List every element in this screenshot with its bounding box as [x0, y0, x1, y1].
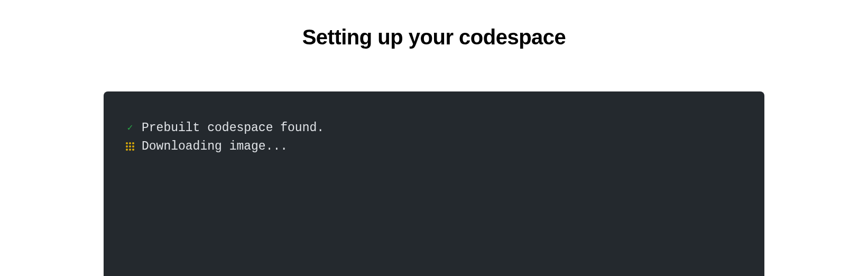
spinner-icon: [125, 141, 135, 152]
check-icon: ✓: [125, 121, 135, 135]
log-line: ✓ Prebuilt codespace found.: [125, 119, 743, 137]
terminal-output: ✓ Prebuilt codespace found. Downloading …: [104, 91, 764, 276]
page-title: Setting up your codespace: [302, 25, 566, 49]
log-text: Prebuilt codespace found.: [142, 119, 324, 137]
log-line: Downloading image...: [125, 137, 743, 156]
log-text: Downloading image...: [142, 137, 288, 156]
page-container: Setting up your codespace ✓ Prebuilt cod…: [0, 0, 868, 276]
